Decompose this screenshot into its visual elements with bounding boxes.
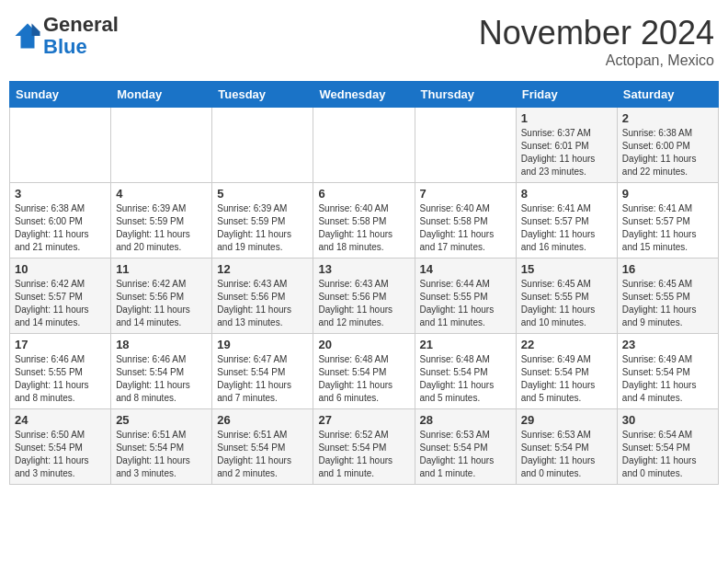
day-number: 25 xyxy=(116,413,207,427)
day-number: 20 xyxy=(318,338,409,351)
day-info: Sunrise: 6:46 AM Sunset: 5:55 PM Dayligh… xyxy=(15,353,106,405)
day-info: Sunrise: 6:44 AM Sunset: 5:55 PM Dayligh… xyxy=(420,278,511,329)
day-info: Sunrise: 6:51 AM Sunset: 5:54 PM Dayligh… xyxy=(217,429,308,480)
calendar-week-1: 1Sunrise: 6:37 AM Sunset: 6:01 PM Daylig… xyxy=(10,108,719,183)
day-number: 17 xyxy=(15,338,106,351)
day-number: 3 xyxy=(15,187,106,201)
calendar-week-5: 24Sunrise: 6:50 AM Sunset: 5:54 PM Dayli… xyxy=(10,409,719,485)
day-number: 1 xyxy=(521,111,612,125)
calendar-week-3: 10Sunrise: 6:42 AM Sunset: 5:57 PM Dayli… xyxy=(10,259,719,334)
calendar-week-2: 3Sunrise: 6:38 AM Sunset: 6:00 PM Daylig… xyxy=(10,183,719,259)
day-number: 21 xyxy=(420,338,511,351)
day-number: 29 xyxy=(521,413,612,427)
month-title: November 2024 xyxy=(479,14,714,52)
calendar-cell: 6Sunrise: 6:40 AM Sunset: 5:58 PM Daylig… xyxy=(313,183,415,259)
day-number: 5 xyxy=(217,187,308,201)
day-info: Sunrise: 6:49 AM Sunset: 5:54 PM Dayligh… xyxy=(622,353,713,405)
day-number: 9 xyxy=(622,187,713,201)
day-info: Sunrise: 6:50 AM Sunset: 5:54 PM Dayligh… xyxy=(15,429,106,480)
subtitle: Actopan, Mexico xyxy=(479,52,714,69)
calendar-cell xyxy=(415,108,516,183)
day-number: 8 xyxy=(521,187,612,201)
day-info: Sunrise: 6:43 AM Sunset: 5:56 PM Dayligh… xyxy=(318,278,409,329)
calendar-cell: 23Sunrise: 6:49 AM Sunset: 5:54 PM Dayli… xyxy=(617,334,718,409)
day-number: 7 xyxy=(420,187,511,201)
day-info: Sunrise: 6:53 AM Sunset: 5:54 PM Dayligh… xyxy=(521,429,612,480)
calendar-cell: 25Sunrise: 6:51 AM Sunset: 5:54 PM Dayli… xyxy=(111,409,212,485)
day-number: 27 xyxy=(318,413,409,427)
day-number: 24 xyxy=(15,413,106,427)
day-info: Sunrise: 6:46 AM Sunset: 5:54 PM Dayligh… xyxy=(116,353,207,405)
day-info: Sunrise: 6:43 AM Sunset: 5:56 PM Dayligh… xyxy=(217,278,308,329)
day-info: Sunrise: 6:39 AM Sunset: 5:59 PM Dayligh… xyxy=(217,202,308,254)
day-info: Sunrise: 6:37 AM Sunset: 6:01 PM Dayligh… xyxy=(521,127,612,178)
calendar-cell: 17Sunrise: 6:46 AM Sunset: 5:55 PM Dayli… xyxy=(10,334,111,409)
day-info: Sunrise: 6:48 AM Sunset: 5:54 PM Dayligh… xyxy=(318,353,409,405)
day-info: Sunrise: 6:53 AM Sunset: 5:54 PM Dayligh… xyxy=(420,429,511,480)
calendar-cell: 28Sunrise: 6:53 AM Sunset: 5:54 PM Dayli… xyxy=(415,409,516,485)
day-number: 16 xyxy=(622,262,713,276)
day-info: Sunrise: 6:38 AM Sunset: 6:00 PM Dayligh… xyxy=(15,202,106,254)
calendar-cell: 4Sunrise: 6:39 AM Sunset: 5:59 PM Daylig… xyxy=(111,183,212,259)
day-number: 13 xyxy=(318,262,409,276)
calendar-cell: 19Sunrise: 6:47 AM Sunset: 5:54 PM Dayli… xyxy=(212,334,313,409)
logo: General Blue xyxy=(14,14,119,58)
day-info: Sunrise: 6:39 AM Sunset: 5:59 PM Dayligh… xyxy=(116,202,207,254)
calendar-cell: 5Sunrise: 6:39 AM Sunset: 5:59 PM Daylig… xyxy=(212,183,313,259)
day-info: Sunrise: 6:51 AM Sunset: 5:54 PM Dayligh… xyxy=(116,429,207,480)
day-number: 26 xyxy=(217,413,308,427)
day-number: 12 xyxy=(217,262,308,276)
day-info: Sunrise: 6:38 AM Sunset: 6:00 PM Dayligh… xyxy=(622,127,713,178)
svg-marker-1 xyxy=(32,24,40,37)
day-info: Sunrise: 6:42 AM Sunset: 5:56 PM Dayligh… xyxy=(116,278,207,329)
day-number: 19 xyxy=(217,338,308,351)
logo-icon xyxy=(14,22,41,50)
calendar-cell: 10Sunrise: 6:42 AM Sunset: 5:57 PM Dayli… xyxy=(10,259,111,334)
calendar-body: 1Sunrise: 6:37 AM Sunset: 6:01 PM Daylig… xyxy=(10,108,719,485)
calendar-cell: 27Sunrise: 6:52 AM Sunset: 5:54 PM Dayli… xyxy=(313,409,415,485)
calendar-cell: 13Sunrise: 6:43 AM Sunset: 5:56 PM Dayli… xyxy=(313,259,415,334)
day-number: 6 xyxy=(318,187,409,201)
day-info: Sunrise: 6:45 AM Sunset: 5:55 PM Dayligh… xyxy=(521,278,612,329)
day-number: 30 xyxy=(622,413,713,427)
day-number: 2 xyxy=(622,111,713,125)
calendar-cell: 15Sunrise: 6:45 AM Sunset: 5:55 PM Dayli… xyxy=(516,259,617,334)
day-info: Sunrise: 6:48 AM Sunset: 5:54 PM Dayligh… xyxy=(420,353,511,405)
day-info: Sunrise: 6:40 AM Sunset: 5:58 PM Dayligh… xyxy=(420,202,511,254)
calendar-cell: 9Sunrise: 6:41 AM Sunset: 5:57 PM Daylig… xyxy=(617,183,718,259)
day-number: 15 xyxy=(521,262,612,276)
day-number: 4 xyxy=(116,187,207,201)
calendar-cell: 14Sunrise: 6:44 AM Sunset: 5:55 PM Dayli… xyxy=(415,259,516,334)
calendar-header-row: SundayMondayTuesdayWednesdayThursdayFrid… xyxy=(10,82,719,108)
day-number: 10 xyxy=(15,262,106,276)
calendar-cell: 22Sunrise: 6:49 AM Sunset: 5:54 PM Dayli… xyxy=(516,334,617,409)
calendar-cell: 18Sunrise: 6:46 AM Sunset: 5:54 PM Dayli… xyxy=(111,334,212,409)
title-area: November 2024 Actopan, Mexico xyxy=(479,14,714,69)
calendar-cell xyxy=(111,108,212,183)
calendar-week-4: 17Sunrise: 6:46 AM Sunset: 5:55 PM Dayli… xyxy=(10,334,719,409)
day-number: 18 xyxy=(116,338,207,351)
day-number: 23 xyxy=(622,338,713,351)
calendar-cell: 2Sunrise: 6:38 AM Sunset: 6:00 PM Daylig… xyxy=(617,108,718,183)
day-info: Sunrise: 6:41 AM Sunset: 5:57 PM Dayligh… xyxy=(622,202,713,254)
calendar-cell: 11Sunrise: 6:42 AM Sunset: 5:56 PM Dayli… xyxy=(111,259,212,334)
day-info: Sunrise: 6:41 AM Sunset: 5:57 PM Dayligh… xyxy=(521,202,612,254)
calendar-cell: 30Sunrise: 6:54 AM Sunset: 5:54 PM Dayli… xyxy=(617,409,718,485)
day-info: Sunrise: 6:52 AM Sunset: 5:54 PM Dayligh… xyxy=(318,429,409,480)
day-info: Sunrise: 6:54 AM Sunset: 5:54 PM Dayligh… xyxy=(622,429,713,480)
day-number: 28 xyxy=(420,413,511,427)
day-number: 14 xyxy=(420,262,511,276)
calendar-cell: 24Sunrise: 6:50 AM Sunset: 5:54 PM Dayli… xyxy=(10,409,111,485)
calendar-cell: 21Sunrise: 6:48 AM Sunset: 5:54 PM Dayli… xyxy=(415,334,516,409)
calendar-cell xyxy=(10,108,111,183)
day-header-monday: Monday xyxy=(111,82,212,108)
calendar-cell: 8Sunrise: 6:41 AM Sunset: 5:57 PM Daylig… xyxy=(516,183,617,259)
calendar-cell: 26Sunrise: 6:51 AM Sunset: 5:54 PM Dayli… xyxy=(212,409,313,485)
calendar-cell: 29Sunrise: 6:53 AM Sunset: 5:54 PM Dayli… xyxy=(516,409,617,485)
day-header-wednesday: Wednesday xyxy=(313,82,415,108)
calendar-cell: 7Sunrise: 6:40 AM Sunset: 5:58 PM Daylig… xyxy=(415,183,516,259)
logo-general-text: General xyxy=(43,13,119,36)
calendar-cell xyxy=(212,108,313,183)
day-info: Sunrise: 6:47 AM Sunset: 5:54 PM Dayligh… xyxy=(217,353,308,405)
day-number: 22 xyxy=(521,338,612,351)
